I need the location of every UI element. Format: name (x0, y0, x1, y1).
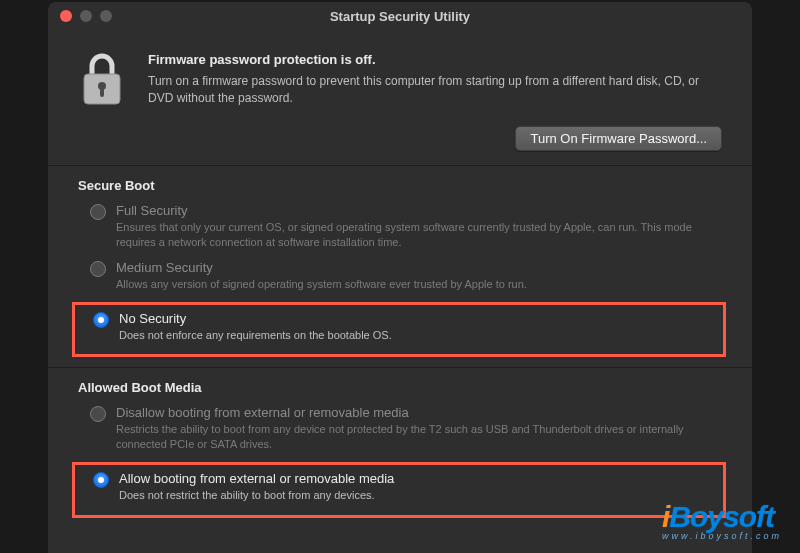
option-label: No Security (119, 311, 719, 326)
close-button[interactable] (60, 10, 72, 22)
option-text: Full Security Ensures that only your cur… (116, 203, 722, 250)
option-text: No Security Does not enforce any require… (119, 311, 719, 343)
firmware-heading: Firmware password protection is off. (148, 52, 722, 67)
radio-medium-security[interactable]: Medium Security Allows any version of si… (78, 258, 722, 300)
firmware-button-row: Turn On Firmware Password... (70, 126, 730, 165)
option-desc: Allows any version of signed operating s… (116, 277, 722, 292)
secure-boot-title: Secure Boot (78, 178, 722, 193)
radio-icon (90, 204, 106, 220)
radio-allow-external[interactable]: Allow booting from external or removable… (93, 469, 719, 511)
option-desc: Does not enforce any requirements on the… (119, 328, 719, 343)
content: Firmware password protection is off. Tur… (48, 30, 752, 528)
boot-media-title: Allowed Boot Media (78, 380, 722, 395)
boot-media-section: Allowed Boot Media Disallow booting from… (70, 368, 730, 528)
radio-disallow-external[interactable]: Disallow booting from external or remova… (78, 403, 722, 460)
window: Startup Security Utility Firmware passwo… (48, 2, 752, 553)
radio-icon (90, 261, 106, 277)
firmware-text: Firmware password protection is off. Tur… (148, 52, 722, 110)
radio-icon-selected (93, 312, 109, 328)
minimize-button[interactable] (80, 10, 92, 22)
window-title: Startup Security Utility (48, 9, 752, 24)
option-desc: Restricts the ability to boot from any d… (116, 422, 722, 452)
highlight-allow-external: Allow booting from external or removable… (72, 462, 726, 518)
radio-full-security[interactable]: Full Security Ensures that only your cur… (78, 201, 722, 258)
radio-no-security[interactable]: No Security Does not enforce any require… (93, 309, 719, 351)
option-text: Allow booting from external or removable… (119, 471, 719, 503)
radio-icon-selected (93, 472, 109, 488)
highlight-no-security: No Security Does not enforce any require… (72, 302, 726, 358)
svg-rect-2 (100, 88, 104, 97)
turn-on-firmware-password-button[interactable]: Turn On Firmware Password... (515, 126, 722, 151)
watermark: iBoysoft www.iboysoft.com (662, 500, 782, 541)
option-label: Disallow booting from external or remova… (116, 405, 722, 420)
firmware-section: Firmware password protection is off. Tur… (70, 44, 730, 126)
option-text: Medium Security Allows any version of si… (116, 260, 722, 292)
traffic-lights (60, 10, 112, 22)
firmware-description: Turn on a firmware password to prevent t… (148, 73, 722, 107)
option-text: Disallow booting from external or remova… (116, 405, 722, 452)
option-label: Allow booting from external or removable… (119, 471, 719, 486)
option-desc: Ensures that only your current OS, or si… (116, 220, 722, 250)
lock-icon (78, 52, 126, 110)
radio-icon (90, 406, 106, 422)
watermark-url: www.iboysoft.com (662, 531, 782, 541)
option-desc: Does not restrict the ability to boot fr… (119, 488, 719, 503)
option-label: Full Security (116, 203, 722, 218)
watermark-brand: iBoysoft (662, 500, 782, 534)
maximize-button[interactable] (100, 10, 112, 22)
option-label: Medium Security (116, 260, 722, 275)
secure-boot-section: Secure Boot Full Security Ensures that o… (70, 166, 730, 367)
titlebar: Startup Security Utility (48, 2, 752, 30)
